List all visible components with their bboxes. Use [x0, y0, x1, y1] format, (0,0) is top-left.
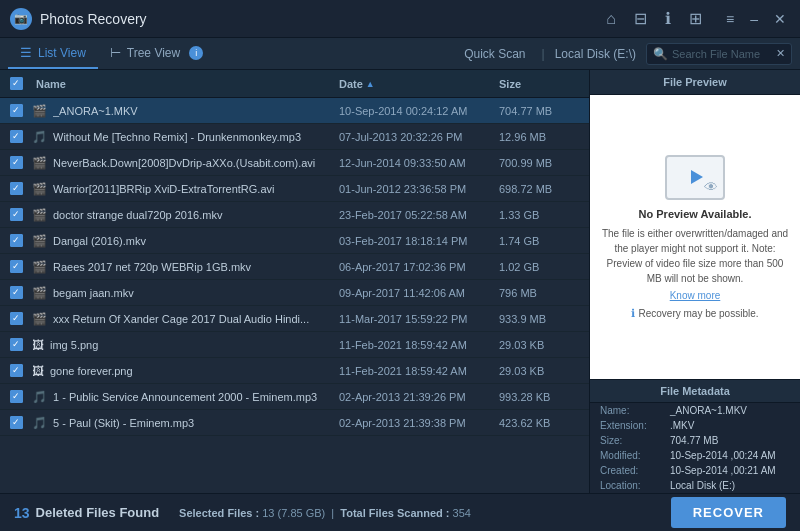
meta-key: Name: — [600, 405, 670, 416]
selected-files-label: Selected Files : — [179, 507, 259, 519]
table-row[interactable]: 🎬 doctor strange dual720p 2016.mkv 23-Fe… — [0, 202, 589, 228]
eye-icon: 👁 — [704, 179, 718, 195]
select-all-checkbox[interactable] — [10, 77, 23, 90]
table-row[interactable]: 🎵 Without Me [Techno Remix] - Drunkenmon… — [0, 124, 589, 150]
tab-tree-view[interactable]: ⊢ Tree View i — [98, 38, 215, 69]
file-name: Without Me [Techno Remix] - Drunkenmonke… — [53, 131, 339, 143]
file-checkbox[interactable] — [10, 286, 23, 299]
file-checkbox[interactable] — [10, 104, 23, 117]
row-checkbox[interactable] — [0, 260, 32, 273]
row-checkbox[interactable] — [0, 338, 32, 351]
home-icon[interactable]: ⌂ — [606, 10, 616, 28]
file-list-panel: Name Date ▲ Size 🎬 _ANORA~1.MKV 10-Sep-2… — [0, 70, 590, 493]
preview-content: 👁 No Preview Available. The file is eith… — [590, 95, 800, 379]
file-checkbox[interactable] — [10, 260, 23, 273]
window-controls: ≡ – ✕ — [722, 11, 790, 27]
row-checkbox[interactable] — [0, 286, 32, 299]
file-name: Warrior[2011]BRRip XviD-ExtraTorrentRG.a… — [53, 183, 339, 195]
row-checkbox[interactable] — [0, 208, 32, 221]
table-row[interactable]: 🎬 _ANORA~1.MKV 10-Sep-2014 00:24:12 AM 7… — [0, 98, 589, 124]
tab-list-view-label: List View — [38, 46, 86, 60]
file-checkbox[interactable] — [10, 390, 23, 403]
search-icon: 🔍 — [653, 47, 668, 61]
file-checkbox[interactable] — [10, 416, 23, 429]
file-type-icon: 🖼 — [32, 364, 44, 378]
table-row[interactable]: 🎬 Dangal (2016).mkv 03-Feb-2017 18:18:14… — [0, 228, 589, 254]
row-checkbox[interactable] — [0, 390, 32, 403]
meta-value: 10-Sep-2014 ,00:24 AM — [670, 450, 790, 461]
file-type-icon: 🎬 — [32, 182, 47, 196]
menu-button[interactable]: ≡ — [722, 11, 738, 27]
file-date: 06-Apr-2017 17:02:36 PM — [339, 261, 499, 273]
table-row[interactable]: 🎵 1 - Public Service Announcement 2000 -… — [0, 384, 589, 410]
search-clear-icon[interactable]: ✕ — [776, 47, 785, 60]
table-row[interactable]: 🎵 5 - Paul (Skit) - Eminem.mp3 02-Apr-20… — [0, 410, 589, 436]
file-name: Raees 2017 net 720p WEBRip 1GB.mkv — [53, 261, 339, 273]
file-size: 1.02 GB — [499, 261, 589, 273]
minimize-button[interactable]: – — [746, 11, 762, 27]
know-more-link[interactable]: Know more — [670, 290, 721, 301]
table-row[interactable]: 🎬 Warrior[2011]BRRip XviD-ExtraTorrentRG… — [0, 176, 589, 202]
metadata-row: Location: Local Disk (E:) — [590, 478, 800, 493]
file-checkbox[interactable] — [10, 338, 23, 351]
recover-button[interactable]: RECOVER — [671, 497, 786, 528]
table-row[interactable]: 🎬 Raees 2017 net 720p WEBRip 1GB.mkv 06-… — [0, 254, 589, 280]
status-details: Selected Files : 13 (7.85 GB) | Total Fi… — [179, 507, 471, 519]
row-checkbox[interactable] — [0, 130, 32, 143]
scan-icon[interactable]: ⊟ — [634, 9, 647, 28]
header-checkbox[interactable] — [0, 77, 32, 90]
row-checkbox[interactable] — [0, 364, 32, 377]
table-row[interactable]: 🎬 xxx Return Of Xander Cage 2017 Dual Au… — [0, 306, 589, 332]
metadata-section: File Metadata Name: _ANORA~1.MKV Extensi… — [590, 379, 800, 493]
file-checkbox[interactable] — [10, 312, 23, 325]
file-size: 993.28 KB — [499, 391, 589, 403]
info-icon[interactable]: ℹ — [665, 9, 671, 28]
file-type-icon: 🎵 — [32, 390, 47, 404]
row-checkbox[interactable] — [0, 234, 32, 247]
file-checkbox[interactable] — [10, 130, 23, 143]
search-input[interactable] — [672, 48, 772, 60]
row-checkbox[interactable] — [0, 156, 32, 169]
quick-scan-button[interactable]: Quick Scan — [458, 47, 531, 61]
file-date: 12-Jun-2014 09:33:50 AM — [339, 157, 499, 169]
tabs-right: Quick Scan | Local Disk (E:\) 🔍 ✕ — [458, 38, 792, 69]
meta-key: Location: — [600, 480, 670, 491]
metadata-row: Created: 10-Sep-2014 ,00:21 AM — [590, 463, 800, 478]
search-box: 🔍 ✕ — [646, 43, 792, 65]
file-name: 1 - Public Service Announcement 2000 - E… — [53, 391, 339, 403]
close-button[interactable]: ✕ — [770, 11, 790, 27]
app-title: Photos Recovery — [40, 11, 606, 27]
tab-list-view[interactable]: ☰ List View — [8, 38, 98, 69]
meta-key: Modified: — [600, 450, 670, 461]
file-size: 796 MB — [499, 287, 589, 299]
metadata-header: File Metadata — [590, 380, 800, 403]
tree-view-badge: i — [189, 46, 203, 60]
table-row[interactable]: 🎬 NeverBack.Down[2008]DvDrip-aXXo.(Usabi… — [0, 150, 589, 176]
file-checkbox[interactable] — [10, 156, 23, 169]
file-checkbox[interactable] — [10, 208, 23, 221]
row-checkbox[interactable] — [0, 416, 32, 429]
file-name: xxx Return Of Xander Cage 2017 Dual Audi… — [53, 313, 339, 325]
deleted-label: Deleted Files Found — [36, 505, 160, 520]
file-checkbox[interactable] — [10, 364, 23, 377]
row-checkbox[interactable] — [0, 312, 32, 325]
file-size: 704.77 MB — [499, 105, 589, 117]
file-type-icon: 🎬 — [32, 286, 47, 300]
location-label: Local Disk (E:\) — [555, 47, 636, 61]
file-type-icon: 🎬 — [32, 104, 47, 118]
file-checkbox[interactable] — [10, 182, 23, 195]
row-checkbox[interactable] — [0, 104, 32, 117]
table-row[interactable]: 🎬 begam jaan.mkv 09-Apr-2017 11:42:06 AM… — [0, 280, 589, 306]
play-triangle-icon — [691, 170, 703, 184]
file-type-icon: 🎬 — [32, 312, 47, 326]
meta-key: Created: — [600, 465, 670, 476]
metadata-row: Size: 704.77 MB — [590, 433, 800, 448]
file-checkbox[interactable] — [10, 234, 23, 247]
table-row[interactable]: 🖼 gone forever.png 11-Feb-2021 18:59:42 … — [0, 358, 589, 384]
file-date: 02-Apr-2013 21:39:38 PM — [339, 417, 499, 429]
recovery-possible: ℹ Recovery may be possible. — [631, 307, 758, 320]
file-date: 01-Jun-2012 23:36:58 PM — [339, 183, 499, 195]
grid-icon[interactable]: ⊞ — [689, 9, 702, 28]
table-row[interactable]: 🖼 img 5.png 11-Feb-2021 18:59:42 AM 29.0… — [0, 332, 589, 358]
row-checkbox[interactable] — [0, 182, 32, 195]
